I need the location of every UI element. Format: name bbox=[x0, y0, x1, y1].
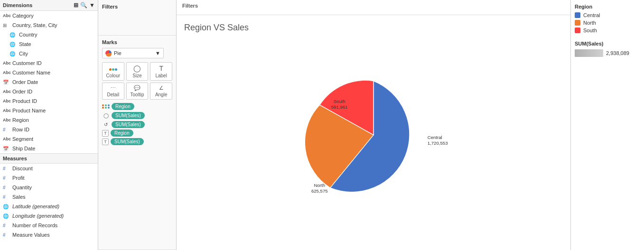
field-customer-id[interactable]: Abc Customer ID bbox=[0, 58, 98, 68]
field-customer-name[interactable]: Abc Customer Name bbox=[0, 68, 98, 77]
abc-icon: Abc bbox=[3, 70, 10, 75]
filters-section: Filters bbox=[98, 0, 176, 36]
field-category[interactable]: Abc Category bbox=[0, 11, 98, 20]
pill-row-region-colour: Region bbox=[102, 102, 172, 110]
marks-type-dropdown[interactable]: Pie ▼ bbox=[102, 48, 164, 58]
calendar-icon: 📅 bbox=[3, 80, 10, 85]
pill-sum-sales-label[interactable]: SUM(Sales) bbox=[111, 138, 144, 145]
abc-icon: Abc bbox=[3, 137, 10, 141]
field-segment[interactable]: Abc Segment bbox=[0, 134, 98, 144]
search-icon[interactable]: 🔍 bbox=[80, 2, 87, 9]
detail-button[interactable]: ⋯ Detail bbox=[102, 83, 124, 100]
dimensions-list: Abc Category ⊞ Country, State, City 🌐 Co… bbox=[0, 11, 98, 250]
chevron-icon[interactable]: ▼ bbox=[89, 2, 95, 9]
legend-item-south: South bbox=[575, 28, 640, 33]
field-quantity[interactable]: # Quantity bbox=[0, 183, 98, 192]
tooltip-icon: 💬 bbox=[134, 85, 140, 91]
field-product-id[interactable]: Abc Product ID bbox=[0, 96, 98, 106]
field-state[interactable]: 🌐 State bbox=[0, 39, 98, 49]
detail-icon: ⋯ bbox=[111, 85, 116, 91]
angle-loop-icon: ↺ bbox=[102, 120, 110, 128]
value-south: 591,961 bbox=[331, 104, 348, 110]
hash-icon: # bbox=[3, 127, 10, 132]
angle-button[interactable]: ∠ Angle bbox=[150, 83, 172, 100]
dimensions-header: Dimensions ⊞ 🔍 ▼ bbox=[0, 0, 98, 11]
field-order-id[interactable]: Abc Order ID bbox=[0, 87, 98, 96]
label-button[interactable]: T Label bbox=[150, 62, 172, 81]
legend-color-south bbox=[575, 28, 580, 33]
field-region[interactable]: Abc Region bbox=[0, 115, 98, 125]
field-latitude[interactable]: 🌐 Latitude (generated) bbox=[0, 202, 98, 211]
dimensions-label: Dimensions bbox=[3, 2, 32, 8]
size-button[interactable]: ◯ Size bbox=[126, 62, 149, 81]
size-label: Size bbox=[132, 73, 141, 78]
tooltip-button[interactable]: 💬 Tooltip bbox=[126, 83, 149, 100]
calendar-icon: 📅 bbox=[3, 146, 10, 151]
sum-sales-section: SUM(Sales) 2,938,089 bbox=[575, 41, 640, 57]
field-discount[interactable]: # Discount bbox=[0, 164, 98, 173]
abc-icon: Abc bbox=[3, 99, 10, 103]
main-area: Filters Region VS Sales Central 1,720,55… bbox=[177, 0, 570, 250]
pill-row-label-region: T Region bbox=[102, 130, 172, 137]
field-profit[interactable]: # Profit bbox=[0, 173, 98, 183]
colour-icon bbox=[109, 65, 117, 72]
detail-label: Detail bbox=[107, 92, 120, 97]
label-label: Label bbox=[155, 73, 167, 78]
chart-title: Region VS Sales bbox=[184, 23, 249, 33]
pill-sum-sales-size[interactable]: SUM(Sales) bbox=[112, 112, 145, 119]
colour-label: Colour bbox=[106, 73, 120, 78]
middle-panel: Filters Marks Pie ▼ bbox=[98, 0, 177, 250]
hash-icon: # bbox=[3, 194, 10, 200]
legend-color-central bbox=[575, 12, 580, 18]
globe-icon: 🌐 bbox=[9, 32, 17, 37]
globe-icon: 🌐 bbox=[3, 213, 10, 219]
hash-icon: # bbox=[3, 166, 10, 171]
field-num-records[interactable]: # Number of Records bbox=[0, 221, 98, 230]
marks-type-label: Pie bbox=[114, 50, 121, 56]
label-south: South bbox=[334, 99, 345, 104]
field-longitude[interactable]: 🌐 Longitude (generated) bbox=[0, 211, 98, 221]
filters-title: Filters bbox=[102, 4, 172, 9]
field-city[interactable]: 🌐 City bbox=[0, 49, 98, 58]
pill-sum-sales-angle[interactable]: SUM(Sales) bbox=[112, 121, 145, 128]
label-icon: T bbox=[159, 65, 163, 72]
abc-icon: Abc bbox=[3, 89, 10, 94]
field-country[interactable]: 🌐 Country bbox=[0, 30, 98, 39]
colour-button[interactable]: Colour bbox=[102, 62, 124, 81]
field-measure-values[interactable]: # Measure Values bbox=[0, 230, 98, 240]
value-north: 625,575 bbox=[311, 188, 328, 194]
field-ship-date[interactable]: 📅 Ship Date bbox=[0, 144, 98, 153]
field-row-id[interactable]: # Row ID bbox=[0, 125, 98, 134]
field-order-date[interactable]: 📅 Order Date bbox=[0, 77, 98, 87]
abc-icon: Abc bbox=[3, 108, 10, 113]
label-central: Central bbox=[428, 135, 442, 140]
sum-sales-bar bbox=[575, 49, 603, 57]
hash-icon: # bbox=[3, 176, 10, 181]
hash-icon: # bbox=[3, 223, 10, 228]
marks-pills: Region ◯ SUM(Sales) ↺ SUM(Sales) T Regio… bbox=[102, 102, 172, 145]
dropdown-arrow: ▼ bbox=[155, 50, 160, 56]
field-sales[interactable]: # Sales bbox=[0, 192, 98, 202]
legend-color-north bbox=[575, 20, 580, 26]
field-hierarchy[interactable]: ⊞ Country, State, City bbox=[0, 20, 98, 30]
legend-title: Region bbox=[575, 4, 640, 9]
globe-icon: 🌐 bbox=[9, 51, 17, 56]
angle-icon: ∠ bbox=[159, 85, 164, 91]
pill-row-label-sales: T SUM(Sales) bbox=[102, 138, 172, 145]
hash-icon: # bbox=[3, 185, 10, 190]
angle-label: Angle bbox=[155, 92, 168, 97]
filters-bar: Filters bbox=[177, 0, 570, 15]
sum-sales-title: SUM(Sales) bbox=[575, 41, 640, 46]
sum-sales-value: 2,938,089 bbox=[606, 50, 629, 56]
legend-label-north: North bbox=[583, 20, 596, 26]
abc-icon: Abc bbox=[3, 118, 10, 122]
label-t-icon: T bbox=[102, 130, 109, 137]
marks-title: Marks bbox=[102, 39, 172, 45]
pill-region-label[interactable]: Region bbox=[111, 130, 133, 137]
grid-icon[interactable]: ⊞ bbox=[74, 2, 78, 9]
legend-label-central: Central bbox=[583, 12, 600, 18]
field-product-name[interactable]: Abc Product Name bbox=[0, 106, 98, 115]
pill-region-colour[interactable]: Region bbox=[112, 103, 134, 110]
globe-icon: 🌐 bbox=[9, 42, 17, 47]
pill-row-size: ◯ SUM(Sales) bbox=[102, 111, 172, 119]
